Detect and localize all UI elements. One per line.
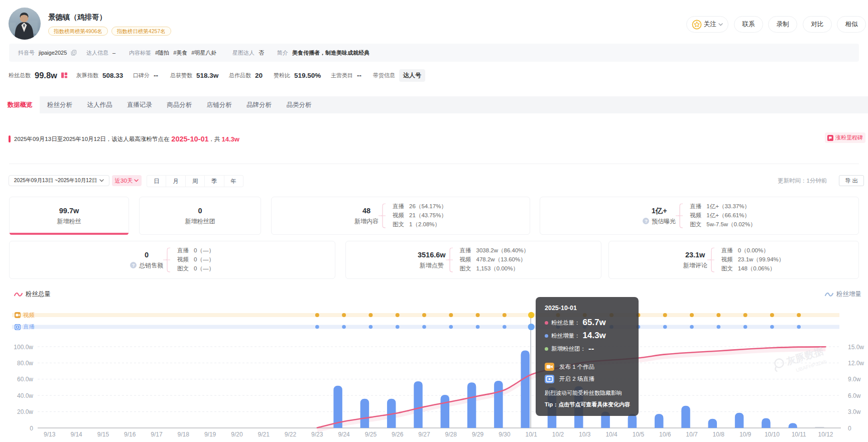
card-new-comments[interactable]: 23.1w 新增评论 直播0（0.00%） 视频23.1w（99.94%） 图文… <box>608 241 859 279</box>
quick-range-button[interactable]: 近30天 <box>112 175 142 186</box>
live-day-dot[interactable] <box>528 324 535 330</box>
card-new-likes[interactable]: 3516.6w 新增点赞 直播3038.2w（86.40%） 视频478.2w（… <box>345 241 601 279</box>
live-day-dot[interactable] <box>503 325 507 329</box>
video-day-dot[interactable] <box>368 313 373 317</box>
tab-live-records[interactable]: 直播记录 <box>119 96 159 113</box>
card-value: 0 <box>145 251 149 259</box>
live-day-dot[interactable] <box>797 325 801 329</box>
stat-label: 粉丝总数 <box>9 72 31 79</box>
export-button[interactable]: 导 出 <box>839 175 864 186</box>
tab-fans-analysis[interactable]: 粉丝分析 <box>40 96 79 113</box>
video-day-dot[interactable] <box>396 313 400 317</box>
card-total-sales[interactable]: 0 ?总销售额 直播0（—） 视频0（—） 图文0（—） <box>9 241 335 279</box>
fans-delta-bar[interactable] <box>414 381 423 428</box>
tab-shop-analysis[interactable]: 店铺分析 <box>199 96 239 113</box>
bar-tiny[interactable] <box>815 427 824 428</box>
stat-label: 总获赞数 <box>170 72 192 79</box>
live-day-dot[interactable] <box>717 325 721 329</box>
breakdown-row: 图文1（2.08%） <box>393 222 447 228</box>
live-day-dot[interactable] <box>315 325 319 329</box>
card-label: 新增评论 <box>683 262 707 268</box>
breakdown-value: 148（0.06%） <box>738 266 776 272</box>
breakdown-value: 3038.2w（86.40%） <box>476 248 529 254</box>
tab-category-analysis[interactable]: 品类分析 <box>279 96 319 113</box>
y-right-label: 0 <box>848 425 851 432</box>
video-day-dot[interactable] <box>422 313 426 317</box>
breakdown-key: 图文 <box>460 266 476 272</box>
live-day-dot[interactable] <box>342 325 346 329</box>
video-day-dot[interactable] <box>528 312 534 318</box>
video-day-dot[interactable] <box>503 313 507 317</box>
video-day-dot[interactable] <box>797 313 801 317</box>
contact-button[interactable]: 联系 <box>734 16 763 33</box>
fans-delta-bar[interactable] <box>655 414 664 428</box>
fans-delta-bar[interactable] <box>467 382 476 428</box>
breakdown-key: 视频 <box>393 213 409 219</box>
profile-name: 景德镇（鸡排哥） <box>48 13 106 22</box>
star-talent-label: 星图达人 <box>232 49 255 57</box>
video-day-dot[interactable] <box>690 313 694 317</box>
breakdown-row: 直播1亿+（33.37%） <box>690 204 756 210</box>
tab-talent-works[interactable]: 达人作品 <box>80 96 119 113</box>
record-button[interactable]: 录制 <box>768 16 797 33</box>
live-day-dot[interactable] <box>369 325 373 329</box>
pink-dot-icon <box>545 321 548 325</box>
fans-delta-bar[interactable] <box>441 395 450 428</box>
live-day-dot[interactable] <box>690 325 694 329</box>
video-day-dot[interactable] <box>770 313 774 317</box>
live-day-dot[interactable] <box>770 325 774 329</box>
card-label-text: 总销售额 <box>139 262 163 268</box>
card-new-fans[interactable]: 99.7w 新增粉丝 <box>9 197 129 235</box>
fans-delta-bar[interactable] <box>708 419 717 428</box>
tab-brand-analysis[interactable]: 品牌分析 <box>239 96 279 113</box>
live-day-dot[interactable] <box>396 325 400 329</box>
star-talent-item: 星图达人 否 <box>232 44 264 62</box>
notice-prefix: 2025年09月13日至2025年10月12日，该达人最高涨粉节点在 <box>14 135 169 143</box>
video-day-dot[interactable] <box>663 313 667 317</box>
card-new-content[interactable]: 48 新增内容 直播26（54.17%） 视频21（43.75%） 图文1（2.… <box>271 197 530 235</box>
video-day-dot[interactable] <box>476 313 480 317</box>
tab-data-overview[interactable]: 数据概览 <box>0 96 40 113</box>
help-icon[interactable]: ? <box>130 262 137 268</box>
video-day-dot[interactable] <box>342 313 346 317</box>
granularity-year[interactable]: 年 <box>224 176 243 187</box>
date-range-picker[interactable]: 2025年09月13日 ~2025年10月12日 <box>9 175 109 186</box>
live-day-dot[interactable] <box>663 325 667 329</box>
card-estimated-exposure[interactable]: 1亿+ ?预估曝光 直播1亿+（33.37%） 视频1亿+（66.61%） 图文… <box>540 197 859 235</box>
milestone-label: 涨粉里程碑 <box>835 134 863 141</box>
video-day-dot[interactable] <box>315 313 319 317</box>
granularity-month[interactable]: 月 <box>166 176 185 187</box>
marker-legend-video[interactable]: 视频 <box>15 311 35 319</box>
live-day-dot[interactable] <box>422 325 426 329</box>
compare-button[interactable]: 对比 <box>803 16 832 33</box>
fans-delta-bar[interactable] <box>788 423 797 428</box>
fans-delta-bar[interactable] <box>762 418 771 428</box>
granularity-day[interactable]: 日 <box>147 176 166 187</box>
fans-trend-chart[interactable]: 灰豚数据UBAFHP3Zab9/139/149/159/169/179/189/… <box>0 286 868 442</box>
granularity-week[interactable]: 周 <box>185 176 204 187</box>
live-day-dot[interactable] <box>743 325 748 329</box>
live-day-dot[interactable] <box>476 325 480 329</box>
fans-delta-bar[interactable] <box>494 381 503 428</box>
breakdown-key: 视频 <box>690 213 706 219</box>
fans-delta-bar[interactable] <box>521 351 530 428</box>
milestone-button[interactable]: 涨粉里程碑 <box>825 132 865 143</box>
fans-chart-icon[interactable] <box>61 72 67 78</box>
tab-product-analysis[interactable]: 商品分析 <box>160 96 199 113</box>
stat-value: 20 <box>255 72 263 79</box>
fans-delta-bar[interactable] <box>628 414 637 428</box>
marker-legend-live[interactable]: 直播 <box>15 323 35 331</box>
help-icon[interactable]: ? <box>643 218 649 224</box>
video-day-dot[interactable] <box>716 313 720 317</box>
fans-delta-bar[interactable] <box>681 406 690 428</box>
video-day-dot[interactable] <box>449 313 453 317</box>
copy-icon[interactable] <box>71 50 77 56</box>
granularity-quarter[interactable]: 季 <box>204 176 223 187</box>
card-new-fan-clubs[interactable]: 0 新增粉丝团 <box>139 197 261 235</box>
similar-button[interactable]: 相似 <box>837 16 866 33</box>
live-day-dot[interactable] <box>449 325 453 329</box>
fans-delta-bar[interactable] <box>735 413 744 428</box>
fans-delta-bar[interactable] <box>360 399 369 428</box>
video-day-dot[interactable] <box>743 313 748 317</box>
follow-button[interactable]: 关注 <box>686 16 728 33</box>
